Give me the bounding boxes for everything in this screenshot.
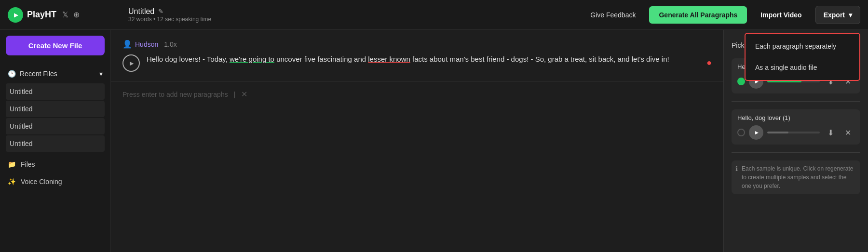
text-underline-going-to: we're going to <box>230 55 274 63</box>
version-divider <box>732 101 860 102</box>
version1-progress-bar <box>767 80 820 82</box>
speed-badge: 1.0x <box>164 40 176 48</box>
chevron-down-icon: ▾ <box>99 70 103 78</box>
playht-logo-icon <box>8 7 23 23</box>
clock-icon: 🕐 <box>8 70 16 78</box>
recent-files-section: 🕐 Recent Files ▾ Untitled Untitled Untit… <box>0 63 110 156</box>
folder-icon: 📁 <box>8 160 16 168</box>
import-video-button[interactable]: Import Video <box>755 7 807 23</box>
export-single-audio-item[interactable]: As a single audio file <box>746 57 859 78</box>
recent-files-header[interactable]: 🕐 Recent Files ▾ <box>6 66 105 81</box>
editor-area: 👤 Hudson 1.0x Hello dog lovers! - Today,… <box>111 30 723 252</box>
version2-radio[interactable] <box>737 129 745 136</box>
discord-icon[interactable]: ⊕ <box>73 10 80 19</box>
add-paragraph-hint: Press enter to add new paragraphs <box>122 91 228 98</box>
files-label: Files <box>21 160 35 168</box>
voice-name: Hudson <box>135 40 158 48</box>
export-each-paragraph-item[interactable]: Each paragraph separately <box>746 36 859 57</box>
text-part3: facts about man's best friend - dogs! - … <box>410 55 669 63</box>
logo: PlayHT <box>8 7 56 23</box>
paragraph-end-indicator: ● <box>706 58 712 68</box>
version-divider-2 <box>732 152 860 153</box>
voice-badge: 👤 Hudson <box>122 40 158 49</box>
close-icon[interactable]: ✕ <box>241 90 247 99</box>
info-icon: ℹ <box>735 165 738 172</box>
version2-controls: ⬇ ✕ <box>737 125 854 140</box>
sidebar: Create New File 🕐 Recent Files ▾ Untitle… <box>0 30 111 252</box>
paragraph-text[interactable]: Hello dog lovers! - Today, we're going t… <box>147 53 700 65</box>
edit-icon[interactable]: ✎ <box>158 8 163 15</box>
version1-radio[interactable] <box>737 78 745 85</box>
recent-files-list: Untitled Untitled Untitled Untitled <box>6 83 105 152</box>
paragraph-content-row: Hello dog lovers! - Today, we're going t… <box>122 53 712 72</box>
version2-title: Hello, dog lover (1) <box>737 114 854 121</box>
version-info: ℹ Each sample is unique. Click on regene… <box>732 160 860 194</box>
version2-progress-bar <box>767 132 820 133</box>
sidebar-item-voice-cloning[interactable]: ✨ Voice Cloning <box>0 173 110 190</box>
logo-text: PlayHT <box>27 10 56 20</box>
version-item-2: Hello, dog lover (1) ⬇ ✕ <box>732 109 860 145</box>
version2-progress-fill <box>767 132 788 133</box>
twitter-icon[interactable]: 𝕏 <box>62 10 68 19</box>
version2-play-button[interactable] <box>749 125 763 140</box>
chevron-down-icon: ▾ <box>849 11 852 19</box>
export-label: Export <box>824 11 845 19</box>
add-paragraph-row[interactable]: Press enter to add new paragraphs | ✕ <box>111 82 723 106</box>
main-area: Create New File 🕐 Recent Files ▾ Untitle… <box>0 30 868 252</box>
sidebar-item-files[interactable]: 📁 Files <box>0 156 110 173</box>
play-paragraph-button[interactable] <box>122 54 140 72</box>
list-item[interactable]: Untitled <box>6 135 105 152</box>
export-wrapper: Export ▾ Each paragraph separately As a … <box>815 6 860 24</box>
voice-icon: 👤 <box>122 40 132 49</box>
text-part2: uncover five fascinating and <box>274 55 368 63</box>
generate-all-paragraphs-button[interactable]: Generate All Paragraphs <box>649 6 747 24</box>
paragraph-header: 👤 Hudson 1.0x <box>122 40 712 49</box>
info-text: Each sample is unique. Click on regenera… <box>742 164 856 190</box>
paragraph-block: 👤 Hudson 1.0x Hello dog lovers! - Today,… <box>111 30 723 82</box>
voice-cloning-label: Voice Cloning <box>21 178 62 186</box>
recent-files-header-left: 🕐 Recent Files <box>8 70 57 78</box>
topbar: PlayHT 𝕏 ⊕ Untitled ✎ 32 words • 12 sec … <box>0 0 868 30</box>
separator: | <box>234 91 236 98</box>
feedback-button[interactable]: Give Feedback <box>584 7 641 23</box>
export-button[interactable]: Export ▾ <box>815 6 860 24</box>
voice-cloning-icon: ✨ <box>8 178 16 186</box>
version2-close-button[interactable]: ✕ <box>841 126 854 139</box>
logo-area: PlayHT 𝕏 ⊕ <box>8 7 119 23</box>
list-item[interactable]: Untitled <box>6 83 105 100</box>
doc-title: Untitled <box>128 7 154 16</box>
text-underline-lesser-known: lesser known <box>368 55 410 63</box>
topbar-center: Untitled ✎ 32 words • 12 sec speaking ti… <box>119 7 584 23</box>
create-new-file-button[interactable]: Create New File <box>6 36 105 55</box>
version2-download-button[interactable]: ⬇ <box>824 126 837 139</box>
list-item[interactable]: Untitled <box>6 101 105 117</box>
social-icons: 𝕏 ⊕ <box>62 10 80 19</box>
export-dropdown: Each paragraph separately As a single au… <box>745 33 860 81</box>
doc-title-row: Untitled ✎ <box>128 7 584 16</box>
version1-progress-fill <box>767 80 801 82</box>
list-item[interactable]: Untitled <box>6 118 105 134</box>
doc-meta: 32 words • 12 sec speaking time <box>128 16 584 23</box>
recent-files-label: Recent Files <box>20 70 57 78</box>
text-part1: Hello dog lovers! - Today, <box>147 55 230 63</box>
topbar-right: Give Feedback Generate All Paragraphs Im… <box>584 6 860 24</box>
